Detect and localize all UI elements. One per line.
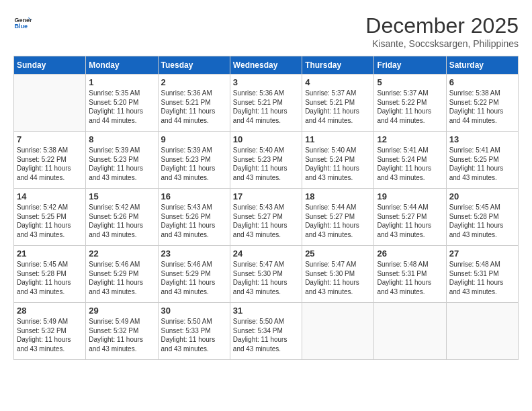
- table-row: 23 Sunrise: 5:46 AM Sunset: 5:29 PM Dayl…: [158, 246, 230, 303]
- table-row: 28 Sunrise: 5:49 AM Sunset: 5:32 PM Dayl…: [14, 303, 86, 360]
- page-header: General Blue December 2025 Kisante, Socc…: [13, 13, 519, 49]
- table-row: 1 Sunrise: 5:35 AM Sunset: 5:20 PM Dayli…: [86, 75, 158, 132]
- cell-info: Sunrise: 5:39 AM Sunset: 5:23 PM Dayligh…: [161, 146, 227, 182]
- day-number: 19: [377, 191, 443, 201]
- sunrise-time: Sunrise: 5:39 AM: [89, 146, 140, 154]
- cell-info: Sunrise: 5:35 AM Sunset: 5:20 PM Dayligh…: [89, 89, 154, 125]
- day-number: 17: [233, 191, 299, 201]
- daylight-hours: Daylight: 11 hours and 43 minutes.: [305, 222, 359, 238]
- daylight-hours: Daylight: 11 hours and 43 minutes.: [305, 279, 359, 295]
- daylight-hours: Daylight: 11 hours and 43 minutes.: [17, 279, 71, 295]
- table-row: 22 Sunrise: 5:46 AM Sunset: 5:29 PM Dayl…: [86, 246, 158, 303]
- sunrise-time: Sunrise: 5:47 AM: [233, 261, 284, 268]
- day-number: 15: [89, 191, 154, 201]
- sunset-time: Sunset: 5:34 PM: [233, 327, 283, 334]
- table-row: 3 Sunrise: 5:36 AM Sunset: 5:21 PM Dayli…: [230, 75, 302, 132]
- sunrise-time: Sunrise: 5:39 AM: [161, 146, 212, 154]
- sunset-time: Sunset: 5:21 PM: [161, 99, 211, 106]
- table-row: 5 Sunrise: 5:37 AM Sunset: 5:22 PM Dayli…: [374, 75, 446, 132]
- day-number: 21: [17, 248, 83, 259]
- daylight-hours: Daylight: 11 hours and 43 minutes.: [17, 336, 71, 353]
- day-number: 20: [449, 191, 515, 201]
- sunset-time: Sunset: 5:25 PM: [17, 213, 66, 220]
- table-row: 4 Sunrise: 5:37 AM Sunset: 5:21 PM Dayli…: [302, 75, 374, 132]
- day-number: 6: [449, 77, 515, 87]
- header-monday: Monday: [86, 56, 158, 75]
- table-row: 12 Sunrise: 5:41 AM Sunset: 5:24 PM Dayl…: [374, 132, 446, 189]
- sunset-time: Sunset: 5:32 PM: [17, 327, 66, 334]
- sunrise-time: Sunrise: 5:46 AM: [161, 261, 212, 268]
- day-number: 14: [17, 191, 83, 201]
- sunrise-time: Sunrise: 5:41 AM: [449, 146, 500, 154]
- sunrise-time: Sunrise: 5:35 AM: [89, 89, 140, 97]
- sunset-time: Sunset: 5:25 PM: [449, 156, 499, 163]
- sunrise-time: Sunrise: 5:37 AM: [305, 89, 356, 97]
- sunrise-time: Sunrise: 5:45 AM: [17, 261, 68, 268]
- sunset-time: Sunset: 5:23 PM: [161, 156, 211, 163]
- day-number: 30: [161, 306, 227, 316]
- sunset-time: Sunset: 5:28 PM: [449, 213, 499, 220]
- cell-info: Sunrise: 5:39 AM Sunset: 5:23 PM Dayligh…: [89, 146, 154, 182]
- daylight-hours: Daylight: 11 hours and 43 minutes.: [17, 222, 71, 238]
- day-number: 8: [89, 134, 154, 144]
- day-number: 31: [233, 306, 299, 316]
- cell-info: Sunrise: 5:45 AM Sunset: 5:28 PM Dayligh…: [17, 260, 83, 296]
- cell-info: Sunrise: 5:50 AM Sunset: 5:33 PM Dayligh…: [161, 317, 227, 353]
- table-row: 7 Sunrise: 5:38 AM Sunset: 5:22 PM Dayli…: [14, 132, 86, 189]
- table-row: 8 Sunrise: 5:39 AM Sunset: 5:23 PM Dayli…: [86, 132, 158, 189]
- location: Kisante, Soccsksargen, Philippines: [365, 38, 519, 49]
- sunrise-time: Sunrise: 5:36 AM: [233, 89, 284, 97]
- table-row: 24 Sunrise: 5:47 AM Sunset: 5:30 PM Dayl…: [230, 246, 302, 303]
- week-row-4: 21 Sunrise: 5:45 AM Sunset: 5:28 PM Dayl…: [14, 246, 519, 303]
- daylight-hours: Daylight: 11 hours and 43 minutes.: [377, 222, 431, 238]
- daylight-hours: Daylight: 11 hours and 43 minutes.: [233, 222, 287, 238]
- svg-text:Blue: Blue: [14, 23, 28, 30]
- cell-info: Sunrise: 5:40 AM Sunset: 5:23 PM Dayligh…: [233, 146, 299, 182]
- week-row-3: 14 Sunrise: 5:42 AM Sunset: 5:25 PM Dayl…: [14, 189, 519, 246]
- sunset-time: Sunset: 5:27 PM: [233, 213, 283, 220]
- cell-info: Sunrise: 5:47 AM Sunset: 5:30 PM Dayligh…: [233, 260, 299, 296]
- table-row: [374, 303, 446, 360]
- day-number: 9: [161, 134, 227, 144]
- daylight-hours: Daylight: 11 hours and 44 minutes.: [89, 107, 143, 124]
- sunset-time: Sunset: 5:20 PM: [89, 99, 138, 106]
- table-row: 15 Sunrise: 5:42 AM Sunset: 5:26 PM Dayl…: [86, 189, 158, 246]
- table-row: 9 Sunrise: 5:39 AM Sunset: 5:23 PM Dayli…: [158, 132, 230, 189]
- header-sunday: Sunday: [14, 56, 86, 75]
- cell-info: Sunrise: 5:42 AM Sunset: 5:25 PM Dayligh…: [17, 203, 83, 239]
- daylight-hours: Daylight: 11 hours and 44 minutes.: [377, 107, 431, 124]
- sunrise-time: Sunrise: 5:46 AM: [89, 261, 140, 268]
- daylight-hours: Daylight: 11 hours and 43 minutes.: [233, 279, 287, 295]
- header-friday: Friday: [374, 56, 446, 75]
- table-row: 29 Sunrise: 5:49 AM Sunset: 5:32 PM Dayl…: [86, 303, 158, 360]
- sunrise-time: Sunrise: 5:40 AM: [233, 146, 284, 154]
- day-number: 26: [377, 248, 443, 259]
- cell-info: Sunrise: 5:43 AM Sunset: 5:26 PM Dayligh…: [161, 203, 227, 239]
- sunset-time: Sunset: 5:22 PM: [17, 156, 66, 163]
- sunrise-time: Sunrise: 5:41 AM: [377, 146, 428, 154]
- day-number: 1: [89, 77, 154, 87]
- sunrise-time: Sunrise: 5:50 AM: [161, 318, 212, 325]
- sunset-time: Sunset: 5:24 PM: [305, 156, 355, 163]
- daylight-hours: Daylight: 11 hours and 44 minutes.: [161, 107, 216, 124]
- cell-info: Sunrise: 5:50 AM Sunset: 5:34 PM Dayligh…: [233, 317, 299, 353]
- calendar-header-row: SundayMondayTuesdayWednesdayThursdayFrid…: [14, 56, 519, 75]
- daylight-hours: Daylight: 11 hours and 43 minutes.: [161, 165, 216, 181]
- sunset-time: Sunset: 5:22 PM: [449, 99, 499, 106]
- day-number: 16: [161, 191, 227, 201]
- table-row: 18 Sunrise: 5:44 AM Sunset: 5:27 PM Dayl…: [302, 189, 374, 246]
- title-section: December 2025 Kisante, Soccsksargen, Phi…: [365, 13, 519, 49]
- day-number: 29: [89, 306, 154, 316]
- sunrise-time: Sunrise: 5:43 AM: [233, 203, 284, 211]
- table-row: 14 Sunrise: 5:42 AM Sunset: 5:25 PM Dayl…: [14, 189, 86, 246]
- day-number: 27: [449, 248, 515, 259]
- table-row: [14, 75, 86, 132]
- daylight-hours: Daylight: 11 hours and 43 minutes.: [89, 336, 143, 353]
- header-wednesday: Wednesday: [230, 56, 302, 75]
- svg-text:General: General: [14, 17, 32, 24]
- cell-info: Sunrise: 5:44 AM Sunset: 5:27 PM Dayligh…: [305, 203, 371, 239]
- sunset-time: Sunset: 5:27 PM: [305, 213, 355, 220]
- daylight-hours: Daylight: 11 hours and 43 minutes.: [161, 336, 216, 353]
- sunrise-time: Sunrise: 5:42 AM: [89, 203, 140, 211]
- daylight-hours: Daylight: 11 hours and 43 minutes.: [161, 279, 216, 295]
